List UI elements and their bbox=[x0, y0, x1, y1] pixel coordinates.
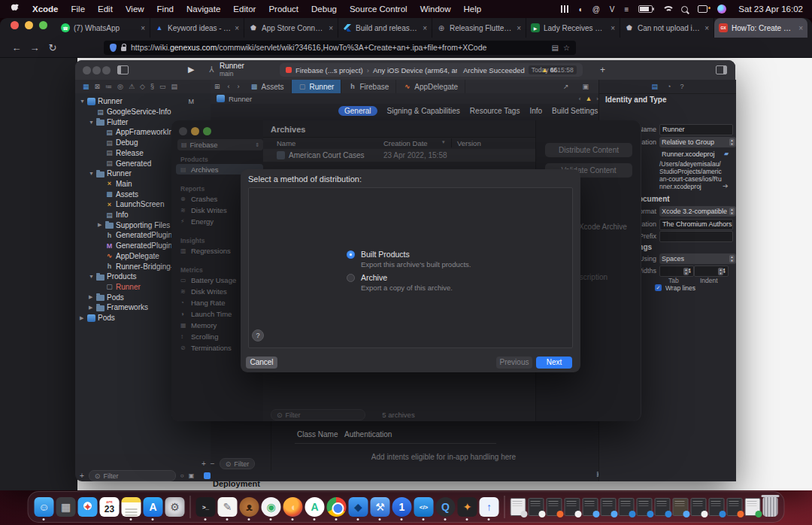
editor-options-icon[interactable]: ▣ bbox=[578, 83, 592, 90]
minimized-quicktime-window[interactable] bbox=[601, 498, 617, 516]
dock-vscode-icon[interactable]: </> bbox=[414, 497, 434, 517]
scheme-selector[interactable]: Firebase (...s project) › Any iOS Device… bbox=[280, 63, 463, 77]
toggle-inspector-icon[interactable] bbox=[716, 65, 727, 76]
tab-width-stepper-arrows[interactable]: ▲▼ bbox=[683, 268, 689, 275]
breakpoint-icon[interactable]: ▭ bbox=[159, 83, 166, 90]
dock-chrome-icon[interactable] bbox=[327, 497, 347, 517]
minimized-vscode-window[interactable] bbox=[709, 498, 725, 516]
dock-tunnelbear-icon[interactable]: ᴥ bbox=[240, 497, 259, 517]
menu-edit[interactable]: Edit bbox=[98, 5, 113, 14]
project-format-select[interactable]: Xcode 3.2-compatible▲▼ bbox=[659, 206, 736, 217]
battery-icon[interactable] bbox=[638, 5, 653, 13]
symbol-icon[interactable]: ≔ bbox=[105, 83, 112, 90]
reader-mode-icon[interactable]: ▤ bbox=[552, 44, 559, 52]
screen-mirroring-icon[interactable] bbox=[698, 5, 707, 13]
wrap-lines-checkbox[interactable]: ✓ bbox=[655, 284, 662, 291]
menu-editor[interactable]: Editor bbox=[233, 5, 256, 14]
spotlight-icon[interactable] bbox=[681, 6, 688, 13]
help-inspector-icon[interactable]: ? bbox=[680, 83, 683, 90]
menu-bar-clock[interactable]: Sat 23 Apr 16:02 bbox=[738, 5, 803, 14]
minimap-icon[interactable] bbox=[204, 472, 211, 479]
source-control-status-icon[interactable]: ▣ bbox=[189, 472, 195, 479]
dock-textedit-icon[interactable]: ✎ bbox=[218, 497, 238, 517]
warning-icon[interactable]: ▲ 66 bbox=[541, 66, 557, 74]
add-file-button[interactable]: + bbox=[80, 472, 84, 480]
browser-tab-can-not-upload-ipa-to-tes[interactable]: ⬟Can not upload ipa to Tes× bbox=[620, 18, 714, 38]
reload-button[interactable]: ↻ bbox=[44, 42, 62, 53]
minimized-code-window[interactable] bbox=[565, 498, 580, 516]
class-prefix-field[interactable] bbox=[659, 231, 733, 242]
editor-tab-assets[interactable]: ▩Assets bbox=[244, 80, 292, 93]
browser-tab-releasing-flutter-ios-app[interactable]: ⊕Releasing Flutter iOS app× bbox=[432, 18, 526, 38]
forward-button[interactable]: → bbox=[26, 42, 44, 53]
bookmark-star-icon[interactable]: ☆ bbox=[563, 44, 570, 52]
minimized-firefox-window[interactable] bbox=[727, 498, 743, 516]
menu-window[interactable]: Window bbox=[420, 5, 451, 14]
navigator-item-generated[interactable]: ▤Generated bbox=[98, 158, 151, 168]
dock-firefox-icon[interactable]: ◖ bbox=[283, 497, 303, 517]
menu-view[interactable]: View bbox=[126, 5, 144, 14]
close-window-button[interactable] bbox=[11, 21, 19, 29]
dock-quicktime-icon[interactable]: Q bbox=[436, 497, 456, 517]
menu-help[interactable]: Help bbox=[464, 5, 482, 14]
browser-tab-7-whatsapp[interactable]: ☎(7) WhatsApp× bbox=[56, 18, 150, 38]
minimized-notes-window[interactable] bbox=[511, 498, 526, 516]
location-select[interactable]: Relative to Group▲▼ bbox=[659, 137, 736, 147]
xcode-close-button[interactable] bbox=[83, 66, 91, 74]
dock-1password-icon[interactable]: 1 bbox=[392, 497, 412, 517]
navigator-item-flutter[interactable]: ▼Flutter bbox=[89, 117, 128, 127]
disclosure-open-icon[interactable]: ▼ bbox=[89, 120, 94, 125]
test-icon[interactable]: ◇ bbox=[140, 83, 145, 90]
built-products-option[interactable]: Built ProductsExport this archive's buil… bbox=[347, 250, 471, 269]
tab-close-icon[interactable]: × bbox=[704, 24, 709, 32]
file-inspector-icon[interactable]: ▤ bbox=[652, 83, 659, 90]
editor-tab-runner[interactable]: ▢Runner bbox=[292, 80, 342, 93]
navigator-item-assets[interactable]: ▩Assets bbox=[98, 189, 138, 199]
navigator-item-runner[interactable]: ▼Runner bbox=[80, 96, 123, 107]
tracking-protection-shield-icon[interactable] bbox=[110, 44, 117, 52]
minimized-chrome-window[interactable] bbox=[745, 498, 761, 516]
built-products-radio[interactable] bbox=[347, 250, 355, 259]
new-tab-button[interactable]: + bbox=[807, 23, 812, 34]
tab-close-icon[interactable]: × bbox=[235, 24, 239, 32]
minimized-firefox-window[interactable] bbox=[547, 498, 562, 516]
navigator-item-info[interactable]: ▤Info bbox=[98, 210, 129, 220]
menu-xcode[interactable]: Xcode bbox=[32, 5, 59, 14]
minimized-terminal-window[interactable] bbox=[691, 498, 707, 516]
dock-notes-icon[interactable] bbox=[122, 497, 141, 517]
settings-tab-build-settings[interactable]: Build Settings bbox=[552, 107, 598, 115]
settings-tab-resource-tags[interactable]: Resource Tags bbox=[470, 107, 520, 115]
breadcrumb-item[interactable]: Runner bbox=[229, 95, 252, 103]
tab-close-icon[interactable]: × bbox=[611, 24, 615, 32]
tab-close-icon[interactable]: × bbox=[141, 24, 145, 32]
find-icon[interactable]: ◎ bbox=[117, 83, 123, 90]
cancel-button[interactable]: Cancel bbox=[246, 357, 277, 369]
navigator-item-pods[interactable]: ▶Pods bbox=[80, 313, 115, 323]
navigator-item-runner[interactable]: ▢Runner bbox=[98, 282, 141, 293]
address-bar[interactable]: https://wiki.genexus.com/commwiki/servle… bbox=[104, 41, 576, 55]
settings-tab-signing-capabilities[interactable]: Signing & Capabilities bbox=[387, 107, 460, 115]
dock-blue-app-icon[interactable]: ◆ bbox=[349, 497, 368, 517]
disclosure-closed-icon[interactable]: ▶ bbox=[89, 305, 94, 311]
report-icon[interactable]: ▤ bbox=[171, 83, 177, 90]
xcode-minimize-button[interactable] bbox=[92, 66, 101, 74]
at-sign-icon[interactable]: @ bbox=[592, 5, 600, 14]
toggle-navigator-icon[interactable] bbox=[117, 65, 129, 76]
settings-tab-general[interactable]: General bbox=[338, 106, 377, 116]
disclosure-open-icon[interactable]: ▼ bbox=[80, 99, 85, 104]
disclosure-open-icon[interactable]: ▼ bbox=[89, 171, 94, 176]
dock-trash-icon[interactable] bbox=[763, 497, 778, 517]
project-navigator-icon[interactable]: ▦ bbox=[83, 83, 89, 90]
disclosure-closed-icon[interactable]: ▶ bbox=[98, 222, 103, 228]
minimized-vscode-window[interactable] bbox=[637, 498, 653, 516]
minimized-vscode-window[interactable] bbox=[655, 498, 671, 516]
code-review-icon[interactable]: ↗ bbox=[559, 83, 573, 90]
stack-icon[interactable]: ≡ bbox=[624, 5, 629, 14]
related-items-icon[interactable]: ⊞ bbox=[211, 83, 224, 90]
history-inspector-icon[interactable]: ◔ bbox=[667, 83, 671, 90]
prev-issue-icon[interactable]: ‹ bbox=[579, 96, 581, 102]
dock-db-app-icon[interactable]: ◉ bbox=[262, 497, 281, 517]
indent-width-stepper[interactable]: 4 bbox=[694, 266, 729, 277]
navigator-item-supporting-files[interactable]: ▶Supporting Files bbox=[98, 220, 170, 230]
folder-icon[interactable]: ▰ bbox=[724, 150, 729, 157]
